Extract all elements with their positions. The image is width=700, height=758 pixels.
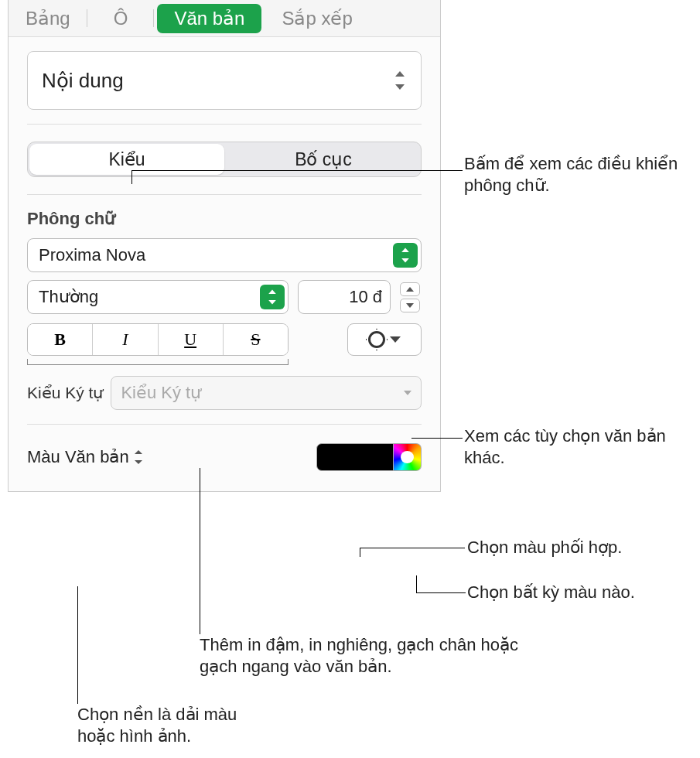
chevron-updown-icon [260,285,285,309]
callout-lead [77,586,78,704]
chevron-down-icon [406,303,414,308]
paragraph-style-section: Nội dung [9,37,440,124]
chevron-updown-icon [393,71,407,90]
chevron-updown-icon [134,450,145,464]
font-section: Phông chữ Proxima Nova Thường 10 đ B I U [9,195,440,424]
tab-cell[interactable]: Ô [87,0,155,36]
tab-bar: Bảng Ô Văn bản Sắp xếp [9,0,440,37]
callout-lead [360,548,360,557]
bius-group: B I U S [27,323,289,356]
callout-lead [416,592,466,593]
paragraph-style-popup[interactable]: Nội dung [27,51,422,110]
tab-arrange[interactable]: Sắp xếp [265,0,369,36]
font-family-value: Proxima Nova [39,245,145,265]
callout-font-controls: Bấm để xem các điều khiển phông chữ. [464,153,688,196]
callout-bius: Thêm in đậm, in nghiêng, gạch chân hoặc … [200,634,555,677]
char-style-label: Kiểu Ký tự [27,384,103,402]
chevron-down-icon [390,336,401,343]
callout-lead [131,170,132,184]
font-family-popup[interactable]: Proxima Nova [27,238,422,272]
text-color-label: Màu Văn bản [27,447,129,467]
stepper-down[interactable] [400,299,420,312]
color-swatch[interactable] [316,443,394,471]
font-size-stepper [400,280,420,314]
callout-lead [416,575,417,592]
chevron-updown-icon [393,243,418,268]
font-size-field[interactable]: 10 đ [298,280,391,314]
callout-more-text-options: Xem các tùy chọn văn bản khác. [464,425,688,468]
underline-button[interactable]: U [159,324,224,355]
callout-matching-color: Chọn màu phối hợp. [467,537,691,558]
callout-lead [411,438,463,439]
strike-button[interactable]: S [224,324,288,355]
segment-layout[interactable]: Bố cục [226,142,421,176]
callout-lead [131,170,463,171]
paragraph-style-value: Nội dung [42,69,124,93]
char-style-placeholder: Kiểu Ký tự [121,383,201,403]
font-weight-popup[interactable]: Thường [27,280,289,314]
bold-button[interactable]: B [28,324,93,355]
text-color-popup[interactable]: Màu Văn bản [27,447,145,467]
italic-button[interactable]: I [93,324,158,355]
inspector-panel: Bảng Ô Văn bản Sắp xếp Nội dung Kiểu Bố … [8,0,441,492]
callout-lead [360,548,465,548]
color-wheel-button[interactable] [394,443,422,471]
gear-icon [368,331,385,348]
tab-text[interactable]: Văn bản [157,4,261,33]
callout-lead [200,468,200,634]
style-layout-segmented[interactable]: Kiểu Bố cục [27,142,422,177]
text-options-button[interactable] [347,323,422,356]
chevron-down-icon [404,391,411,395]
callout-any-color: Chọn bất kỳ màu nào. [467,582,691,603]
char-style-popup[interactable]: Kiểu Ký tự [111,376,422,410]
stepper-up[interactable] [400,282,420,296]
callout-text-color-bg: Chọn nền là dải màu hoặc hình ảnh. [77,704,278,746]
chevron-up-icon [406,287,414,292]
font-weight-value: Thường [39,287,98,307]
font-size-value: 10 đ [349,287,382,307]
font-heading: Phông chữ [27,209,422,229]
bius-bracket [27,359,289,365]
tab-table[interactable]: Bảng [9,0,87,36]
